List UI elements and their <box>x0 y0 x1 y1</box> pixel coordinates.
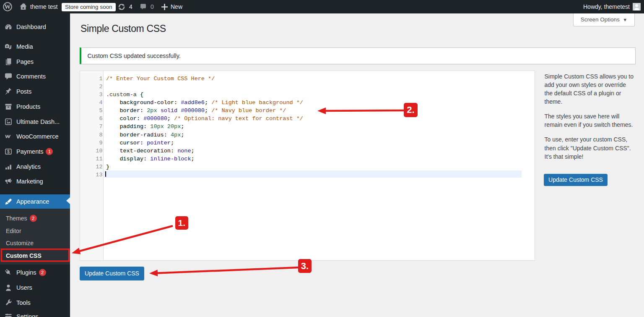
svg-text:$: $ <box>7 149 10 154</box>
svg-text:W: W <box>5 3 11 10</box>
